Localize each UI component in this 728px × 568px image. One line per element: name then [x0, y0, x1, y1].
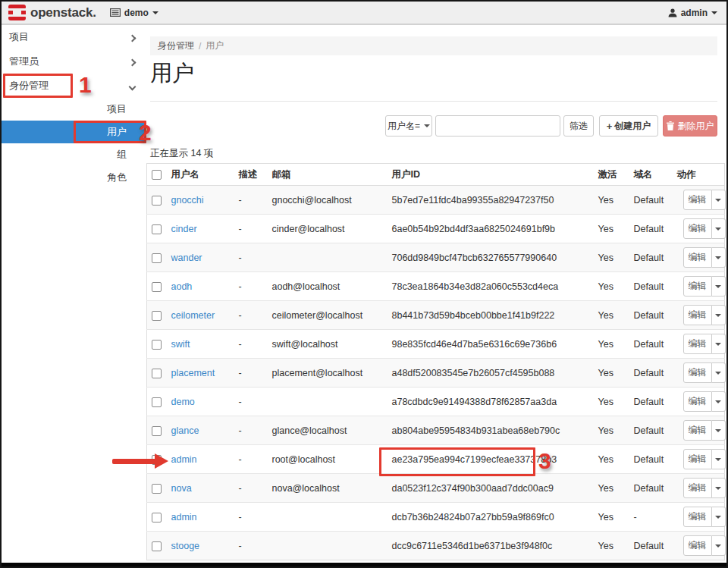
trash-icon: [667, 121, 674, 130]
more-actions-button[interactable]: [712, 362, 726, 383]
col-userid: 用户ID: [388, 164, 594, 186]
row-checkbox[interactable]: [152, 224, 162, 234]
sidebar-item-project[interactable]: 项目: [2, 25, 146, 49]
sidebar-subitem-groups[interactable]: 组: [2, 143, 146, 166]
user-menu-label: admin: [681, 8, 708, 18]
edit-button[interactable]: 编辑: [683, 478, 712, 498]
sidebar-subitem-label: 角色: [107, 171, 127, 184]
delete-users-label: 删除用户: [678, 120, 714, 133]
row-checkbox[interactable]: [152, 253, 162, 263]
sidebar-subitem-projects[interactable]: 项目: [2, 98, 146, 121]
table-row: demo-a78cdbdc9e91494388d78f62857aa3daYes…: [147, 388, 725, 416]
user-link[interactable]: demo: [171, 397, 195, 407]
user-email: nova@localhost: [268, 474, 388, 503]
more-actions-button[interactable]: [712, 535, 726, 556]
create-user-button[interactable]: + 创建用户: [599, 115, 658, 137]
user-link[interactable]: swift: [171, 339, 190, 350]
user-link[interactable]: stooge: [171, 541, 200, 551]
edit-button[interactable]: 编辑: [683, 276, 712, 297]
more-actions-button[interactable]: [712, 507, 726, 527]
edit-button[interactable]: 编辑: [683, 334, 712, 354]
annotation-number-3: 3: [538, 448, 551, 474]
edit-button[interactable]: 编辑: [683, 535, 712, 556]
edit-button[interactable]: 编辑: [683, 218, 712, 239]
user-link[interactable]: wander: [171, 253, 202, 263]
edit-button[interactable]: 编辑: [683, 507, 712, 527]
row-actions: 编辑: [683, 478, 726, 498]
row-checkbox[interactable]: [152, 311, 162, 321]
edit-button[interactable]: 编辑: [683, 449, 712, 469]
project-selector-dropdown[interactable]: demo: [110, 8, 158, 18]
edit-button[interactable]: 编辑: [683, 420, 712, 441]
user-link[interactable]: glance: [171, 425, 199, 436]
chevron-down-icon: [711, 11, 717, 14]
more-actions-button[interactable]: [712, 190, 726, 210]
user-enabled: Yes: [594, 503, 629, 532]
table-row: gnocchi-gnocchi@localhost5b7ed7e11fdc4ba…: [147, 186, 725, 215]
user-link[interactable]: placement: [171, 368, 215, 378]
filter-button[interactable]: 筛选: [563, 115, 594, 137]
user-enabled: Yes: [594, 359, 629, 388]
user-id: ae23a795ea994c7199ecfeae337378b3: [388, 445, 594, 474]
user-enabled: Yes: [594, 186, 629, 215]
more-actions-button[interactable]: [712, 334, 726, 354]
row-checkbox[interactable]: [152, 397, 162, 407]
breadcrumb-identity[interactable]: 身份管理: [158, 39, 194, 52]
user-link[interactable]: admin: [171, 512, 197, 522]
screenshot-bottom-border: [2, 563, 726, 566]
more-actions-button[interactable]: [712, 247, 726, 268]
row-checkbox[interactable]: [152, 196, 162, 206]
filter-field-dropdown[interactable]: 用户名=: [385, 115, 432, 137]
user-link[interactable]: aodh: [171, 281, 193, 292]
more-actions-button[interactable]: [712, 391, 726, 412]
user-email: swift@localhost: [268, 330, 388, 359]
row-checkbox[interactable]: [152, 541, 162, 551]
user-email: [268, 532, 388, 560]
select-all-checkbox[interactable]: [152, 170, 162, 180]
table-row: admin-root@localhostae23a795ea994c7199ec…: [147, 445, 725, 474]
row-checkbox[interactable]: [152, 513, 162, 522]
user-link[interactable]: cinder: [171, 224, 197, 234]
row-actions: 编辑: [683, 535, 726, 556]
user-domain: Default: [629, 272, 673, 301]
more-actions-button[interactable]: [712, 276, 726, 297]
user-link[interactable]: gnocchi: [171, 195, 204, 206]
row-checkbox[interactable]: [152, 282, 162, 292]
user-id: 8b441b73d59b4bceb00bbe1f41b9f222: [388, 301, 594, 330]
edit-button[interactable]: 编辑: [683, 247, 712, 268]
user-link[interactable]: ceilometer: [171, 310, 215, 321]
more-actions-button[interactable]: [712, 305, 726, 325]
edit-button[interactable]: 编辑: [683, 305, 712, 325]
user-link[interactable]: admin: [171, 454, 197, 465]
delete-users-button[interactable]: 删除用户: [663, 115, 717, 137]
more-actions-button[interactable]: [712, 420, 726, 441]
sidebar-item-identity[interactable]: 身份管理: [2, 74, 146, 98]
row-checkbox[interactable]: [152, 426, 162, 436]
user-email: placement@localhost: [268, 359, 388, 388]
row-checkbox[interactable]: [152, 484, 162, 494]
row-actions: 编辑: [683, 247, 726, 268]
edit-button[interactable]: 编辑: [683, 362, 712, 383]
edit-button[interactable]: 编辑: [683, 391, 712, 412]
edit-button[interactable]: 编辑: [683, 190, 712, 210]
user-link[interactable]: nova: [171, 483, 192, 494]
row-checkbox[interactable]: [152, 369, 162, 378]
filter-input[interactable]: [435, 115, 560, 137]
user-id: 706dd9849bcf47bcb632765577990640: [388, 243, 594, 272]
table-row: wander-706dd9849bcf47bcb632765577990640Y…: [147, 243, 725, 272]
user-menu-dropdown[interactable]: admin: [668, 8, 717, 18]
row-actions: 编辑: [683, 334, 726, 354]
user-id: 5b7ed7e11fdc4ba99355a82947237f50: [388, 186, 594, 215]
user-description: -: [234, 330, 268, 359]
chevron-down-icon: [715, 372, 721, 375]
row-checkbox[interactable]: [152, 340, 162, 350]
sidebar-item-admin[interactable]: 管理员: [2, 49, 146, 74]
chevron-down-icon: [715, 458, 721, 461]
more-actions-button[interactable]: [712, 449, 726, 469]
sidebar-subitem-roles[interactable]: 角色: [2, 166, 146, 189]
openstack-brand[interactable]: openstack.: [2, 5, 96, 20]
sidebar-subitem-users[interactable]: 用户: [2, 121, 146, 143]
col-username[interactable]: 用户名: [167, 164, 234, 186]
more-actions-button[interactable]: [712, 478, 726, 498]
more-actions-button[interactable]: [712, 218, 726, 239]
